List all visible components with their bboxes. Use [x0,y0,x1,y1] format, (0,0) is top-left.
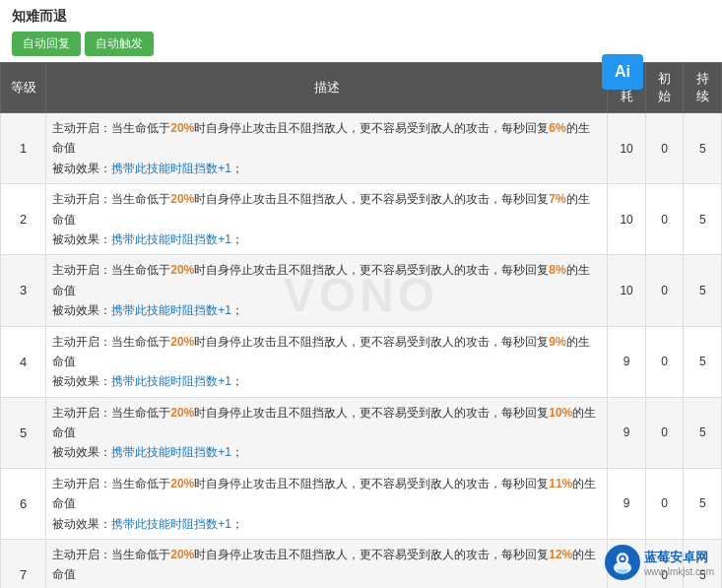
skill-table-wrap: 等级 描述 消耗 初始 持续 1主动开启：当生命低于20%时自身停止攻击且不阻挡… [0,62,722,588]
cell-cost: 9 [608,468,646,539]
cell-cost: 10 [608,184,646,255]
cell-desc: 主动开启：当生命低于20%时自身停止攻击且不阻挡敌人，更不容易受到敌人的攻击，每… [46,326,608,397]
cell-initial: 0 [645,184,684,255]
cell-desc: 主动开启：当生命低于20%时自身停止攻击且不阻挡敌人，更不容易受到敌人的攻击，每… [46,255,608,326]
logo-text: 蓝莓安卓网 www.lmkjst.com [644,549,714,577]
auto-recover-button[interactable]: 自动回复 [12,32,81,56]
cell-initial: 0 [645,113,684,184]
auto-trigger-button[interactable]: 自动触发 [85,32,154,56]
table-row: 6主动开启：当生命低于20%时自身停止攻击且不阻挡敌人，更不容易受到敌人的攻击，… [1,468,722,539]
cell-desc: 主动开启：当生命低于20%时自身停止攻击且不阻挡敌人，更不容易受到敌人的攻击，每… [46,113,608,184]
cell-level: 2 [1,184,46,255]
cell-duration: 5 [684,468,722,539]
cell-cost: 9 [608,397,646,468]
cell-duration: 5 [684,255,722,326]
table-row: 2主动开启：当生命低于20%时自身停止攻击且不阻挡敌人，更不容易受到敌人的攻击，… [1,184,722,255]
cell-level: 6 [1,468,46,539]
ai-badge: Ai [602,54,643,90]
cell-desc: 主动开启：当生命低于20%时自身停止攻击且不阻挡敌人，更不容易受到敌人的攻击，每… [46,397,608,468]
skill-name: 知难而退 [12,8,710,26]
col-desc: 描述 [46,63,608,113]
col-initial: 初始 [645,63,684,113]
col-duration: 持续 [684,63,722,113]
cell-duration: 5 [684,184,722,255]
logo-icon [605,545,640,580]
table-row: 1主动开启：当生命低于20%时自身停止攻击且不阻挡敌人，更不容易受到敌人的攻击，… [1,113,722,184]
cell-desc: 主动开启：当生命低于20%时自身停止攻击且不阻挡敌人，更不容易受到敌人的攻击，每… [46,468,608,539]
cell-desc: 主动开启：当生命低于20%时自身停止攻击且不阻挡敌人，更不容易受到敌人的攻击，每… [46,184,608,255]
cell-cost: 9 [608,326,646,397]
cell-initial: 0 [645,397,684,468]
cell-level: 4 [1,326,46,397]
cell-duration: 5 [684,397,722,468]
top-section: 知难而退 自动回复 自动触发 [0,0,722,62]
logo-bottom: 蓝莓安卓网 www.lmkjst.com [605,545,714,580]
cell-desc: 主动开启：当生命低于20%时自身停止攻击且不阻挡敌人，更不容易受到敌人的攻击，每… [46,540,608,588]
table-row: 4主动开启：当生命低于20%时自身停止攻击且不阻挡敌人，更不容易受到敌人的攻击，… [1,326,722,397]
cell-level: 7 [1,540,46,588]
cell-duration: 5 [684,326,722,397]
table-row: 5主动开启：当生命低于20%时自身停止攻击且不阻挡敌人，更不容易受到敌人的攻击，… [1,397,722,468]
table-row: 3主动开启：当生命低于20%时自身停止攻击且不阻挡敌人，更不容易受到敌人的攻击，… [1,255,722,326]
cell-level: 3 [1,255,46,326]
cell-level: 1 [1,113,46,184]
col-level: 等级 [1,63,46,113]
cell-initial: 0 [645,468,684,539]
skill-table: 等级 描述 消耗 初始 持续 1主动开启：当生命低于20%时自身停止攻击且不阻挡… [0,62,722,588]
cell-initial: 0 [645,255,684,326]
cell-level: 5 [1,397,46,468]
cell-cost: 10 [608,255,646,326]
button-group: 自动回复 自动触发 [12,32,710,56]
svg-point-4 [621,557,624,561]
cell-duration: 5 [684,113,722,184]
cell-cost: 10 [608,113,646,184]
cell-initial: 0 [645,326,684,397]
